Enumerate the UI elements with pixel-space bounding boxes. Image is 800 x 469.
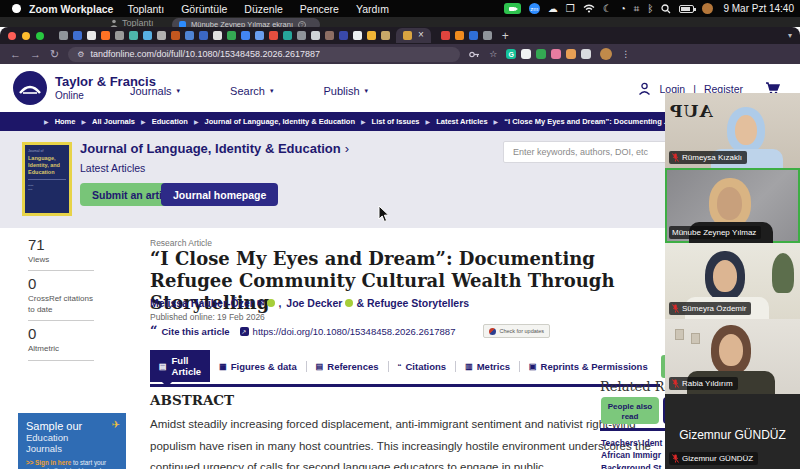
battery-icon[interactable] [679,5,694,13]
author-link[interactable]: Melissa Hauber-Özer [150,297,254,309]
menubar-clock[interactable]: 9 Mar Pzt 14:40 [723,3,794,14]
browser-tab[interactable] [185,31,194,40]
copy-windows-icon[interactable]: ❐ [566,4,575,14]
browser-tab[interactable] [339,31,348,40]
browser-tab[interactable] [269,31,278,40]
header-nav-item[interactable]: Journals▾ [130,85,180,97]
metric-label[interactable]: Altmetric [28,342,94,360]
browser-tab[interactable] [483,31,492,40]
journal-title-link[interactable]: Journal of Language, Identity & Educatio… [80,141,349,156]
url-bar[interactable]: ⚙ tandfonline.com/doi/full/10.1080/15348… [68,47,460,62]
browser-tab[interactable] [143,31,152,40]
email-icon[interactable]: ✉ [257,298,265,308]
author-link[interactable]: Refugee Storytellers [367,297,469,309]
wifi-icon[interactable] [583,4,595,13]
tab-full-article[interactable]: ▤ Full Article [150,350,210,382]
window-close-button[interactable] [8,32,16,40]
apple-icon[interactable] [12,4,21,13]
url-text[interactable]: tandfonline.com/doi/full/10.1080/1534845… [90,49,320,59]
latest-articles-link[interactable]: Latest Articles [80,162,145,174]
browser-tab[interactable] [469,31,478,40]
zoom-menubar-icon[interactable]: zm [529,3,540,14]
extension-icon[interactable]: G [506,49,516,59]
zoom-meeting-label[interactable]: Toplantı [110,18,154,27]
clock-widget-icon[interactable]: ◔ [620,4,626,14]
tab-close-icon[interactable]: × [418,30,424,40]
browser-tab[interactable] [325,31,334,40]
sign-in-here-link[interactable]: Sign in here [35,459,71,466]
menubar-item[interactable]: Yardım [356,3,389,15]
journal-cover-thumbnail[interactable]: Journal of Language, Identity, and Educa… [22,142,72,216]
doi-link[interactable]: ↗ https://doi.org/10.1080/15348458.2026.… [240,326,456,337]
header-nav-item[interactable]: Publish▾ [323,85,368,97]
site-info-icon[interactable]: ⚙ [77,50,84,59]
browser-tab[interactable] [283,31,292,40]
browser-tab[interactable] [59,31,68,40]
menubar-item[interactable]: Pencere [300,3,339,15]
window-minimize-button[interactable] [22,32,30,40]
people-also-read-tab[interactable]: People also read [601,397,659,424]
browser-tab[interactable] [381,31,390,40]
browser-tab[interactable] [157,31,166,40]
browser-tab[interactable] [367,31,376,40]
browser-tab[interactable] [87,31,96,40]
help-icon[interactable]: ? [298,21,306,28]
screen-sharing-pill[interactable]: Münube Zeynep Yılmaz ekranı ? [172,18,320,27]
metric-label[interactable]: Views [28,253,94,271]
menubar-app-name[interactable]: Zoom Workplace [29,3,113,15]
extension-icon[interactable] [521,49,531,59]
spotlight-search-icon[interactable] [661,4,671,14]
browser-tab[interactable] [455,31,464,40]
user-avatar-icon[interactable] [702,3,713,14]
chrome-menu-icon[interactable]: ⋮ [621,50,630,59]
extension-icon[interactable] [551,49,561,59]
screen-record-indicator[interactable] [504,3,521,14]
breadcrumb-link[interactable]: List of Issues [372,117,420,126]
participant-tile-camera-off[interactable]: Gizemnur GÜNDÜZ Gizemnur GÜNDÜZ [665,394,800,469]
breadcrumb-link[interactable]: Education [152,117,188,126]
bluetooth-icon[interactable]: ᛒ [647,4,653,14]
browser-tab[interactable] [199,31,208,40]
extension-icon[interactable] [536,49,546,59]
participant-tile-active-speaker[interactable]: Münube Zeynep Yılmaz [665,168,800,243]
breadcrumb-link[interactable]: Journal of Language, Identity & Educatio… [205,117,355,126]
browser-tab[interactable] [255,31,264,40]
browser-tab[interactable] [73,31,82,40]
browser-tab[interactable] [311,31,320,40]
account-person-icon[interactable] [638,82,651,95]
breadcrumb-link[interactable]: Latest Articles [436,117,487,126]
reload-button[interactable]: ↻ [50,49,59,60]
browser-tab[interactable] [115,31,124,40]
article-tab[interactable]: ▥ Metrics [456,361,520,372]
back-button[interactable]: ← [10,49,21,60]
browser-tab[interactable] [353,31,362,40]
browser-tab[interactable] [101,31,110,40]
extension-icon[interactable] [566,49,576,59]
keyboard-icon[interactable]: ⌗ [634,4,640,14]
menubar-item[interactable]: Görüntüle [181,3,227,15]
header-nav-item[interactable]: Search▾ [230,85,273,97]
participant-tile[interactable]: Rabia Yıldırım [665,319,800,394]
active-browser-tab[interactable]: × [396,28,431,43]
author-link[interactable]: Joe Decker [286,297,342,309]
metric-label[interactable]: CrossRef citations to date [28,292,94,321]
breadcrumb-link[interactable]: All Journals [92,117,135,126]
article-tab[interactable]: ▦ Figures & data [210,361,307,372]
education-journals-promo[interactable]: ✈ Sample our Education Journals >> Sign … [18,413,126,469]
participant-tile[interactable]: AUP Rümeysa Kızaklı [665,93,800,168]
browser-tab[interactable] [171,31,180,40]
browser-tab[interactable] [227,31,236,40]
browser-tab[interactable] [441,31,450,40]
article-tab[interactable]: ▤ References [307,361,389,372]
check-for-updates-badge[interactable]: Check for updates [483,324,550,338]
article-tab[interactable]: “ Citations [389,361,457,372]
breadcrumb-link[interactable]: “I Close My Eyes and Dream”: Documenting… [504,117,672,126]
profile-avatar-icon[interactable] [600,48,612,60]
tab-overflow-chevron-icon[interactable]: ▾ [788,31,792,40]
window-zoom-button[interactable] [36,32,44,40]
menubar-item[interactable]: Düzenle [244,3,283,15]
browser-tab[interactable] [129,31,138,40]
forward-button[interactable]: → [30,49,41,60]
orcid-icon[interactable] [267,299,275,307]
password-key-icon[interactable] [469,51,480,58]
